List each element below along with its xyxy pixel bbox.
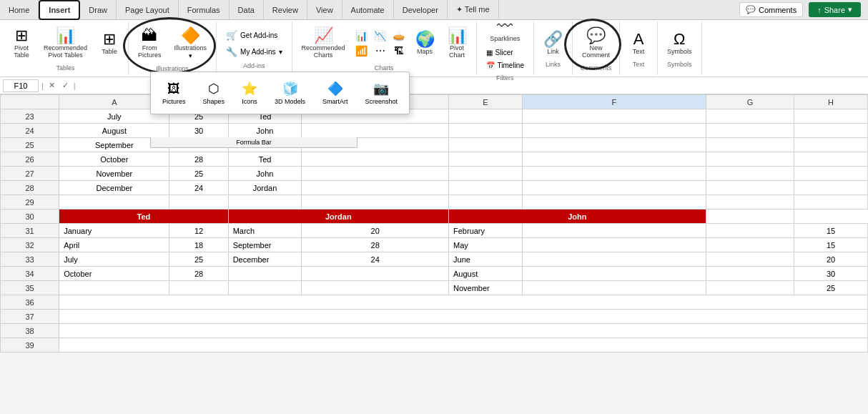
cell-f29[interactable] <box>522 195 706 210</box>
row-header-23[interactable]: 23 <box>1 109 59 124</box>
cell-h29[interactable] <box>794 195 868 210</box>
cell-john-month-35[interactable]: November <box>449 281 523 295</box>
row-header-32[interactable]: 32 <box>1 238 59 252</box>
cell-ted-month-35[interactable] <box>59 281 169 295</box>
cell-ted-val-32[interactable]: 18 <box>169 238 228 252</box>
cell-jordan-val-35[interactable] <box>302 281 449 295</box>
row-header-39[interactable]: 39 <box>1 338 59 353</box>
tab-data[interactable]: Data <box>230 0 264 20</box>
cell-john-num-32[interactable]: 15 <box>794 238 868 252</box>
cell-e25[interactable] <box>449 138 523 152</box>
cell-jordan-month-32[interactable]: September <box>228 238 302 252</box>
cell-c27[interactable]: John <box>228 167 302 181</box>
tab-draw[interactable]: Draw <box>80 0 117 20</box>
cell-e27[interactable] <box>449 167 523 181</box>
cell-h23[interactable] <box>794 109 868 124</box>
row-header-31[interactable]: 31 <box>1 224 59 238</box>
cell-e28[interactable] <box>449 181 523 195</box>
row-header-29[interactable]: 29 <box>1 195 59 210</box>
cell-b27[interactable]: 25 <box>169 167 228 181</box>
cell-c26[interactable]: Ted <box>228 152 302 167</box>
tab-insert[interactable]: Insert <box>39 0 80 20</box>
row-header-24[interactable]: 24 <box>1 124 59 138</box>
summary-header-ted[interactable]: Ted <box>59 210 228 224</box>
cell-john-month-32[interactable]: May <box>449 238 523 252</box>
cell-jordan-month-33[interactable]: December <box>228 252 302 267</box>
text-button[interactable]: A Text <box>624 29 653 58</box>
row-header-30[interactable]: 30 <box>1 210 59 224</box>
cell-jordan-val-31[interactable]: 20 <box>302 224 449 238</box>
timeline-button[interactable]: 📅 Timeline <box>481 59 529 72</box>
symbols-button[interactable]: Ω Symbols <box>662 29 697 58</box>
cell-f27[interactable] <box>522 167 706 181</box>
cell-ted-val-34[interactable]: 28 <box>169 267 228 281</box>
tab-review[interactable]: Review <box>264 0 307 20</box>
cell-john-val-35[interactable] <box>706 281 794 295</box>
cell-jordan-month-34[interactable] <box>228 267 302 281</box>
illustrations-button[interactable]: 🔶 Illustrations ▾ <box>169 25 212 62</box>
cell-ted-val-33[interactable]: 25 <box>169 252 228 267</box>
cell-d28[interactable] <box>302 181 449 195</box>
tab-page-layout[interactable]: Page Layout <box>117 0 179 20</box>
col-header-f[interactable]: F <box>522 95 706 109</box>
row-header-25[interactable]: 25 <box>1 138 59 152</box>
cell-ted-month-31[interactable]: January <box>59 224 169 238</box>
cell-a24[interactable]: August <box>59 124 169 138</box>
chart-line-button[interactable]: 📉 <box>372 29 389 43</box>
row-header-37[interactable]: 37 <box>1 310 59 324</box>
cell-f26[interactable] <box>522 152 706 167</box>
cell-john-empty-35[interactable] <box>522 281 706 295</box>
cell-d26[interactable] <box>302 152 449 167</box>
comments-button[interactable]: 💬 Comments <box>739 2 803 17</box>
row-36-empty[interactable] <box>59 295 868 310</box>
cell-h25[interactable] <box>794 138 868 152</box>
formula-cancel-button[interactable]: ✕ <box>46 81 57 90</box>
col-header-e[interactable]: E <box>449 95 523 109</box>
row-header-35[interactable]: 35 <box>1 281 59 295</box>
cell-ted-month-34[interactable]: October <box>59 267 169 281</box>
tab-home[interactable]: Home <box>0 0 39 20</box>
row-39-empty[interactable] <box>59 338 868 353</box>
tab-formulas[interactable]: Formulas <box>179 0 230 20</box>
link-button[interactable]: 🔗 Link <box>538 29 568 58</box>
cell-d29[interactable] <box>302 195 449 210</box>
row-header-26[interactable]: 26 <box>1 152 59 167</box>
sparklines-button[interactable]: 〰 Sparklines <box>485 16 525 45</box>
cell-d24[interactable] <box>302 124 449 138</box>
cell-g27[interactable] <box>706 167 794 181</box>
pivot-table-button[interactable]: ⊞ Pivot Table <box>7 25 36 61</box>
cell-john-month-31[interactable]: February <box>449 224 523 238</box>
tab-automate[interactable]: Automate <box>342 0 394 20</box>
chart-pie-button[interactable]: 🥧 <box>390 29 408 43</box>
cell-h26[interactable] <box>794 152 868 167</box>
cell-a27[interactable]: November <box>59 167 169 181</box>
cell-a28[interactable]: December <box>59 181 169 195</box>
cell-b28[interactable]: 24 <box>169 181 228 195</box>
row-header-34[interactable]: 34 <box>1 267 59 281</box>
cell-john-num-34[interactable]: 30 <box>794 267 868 281</box>
cell-jordan-val-33[interactable]: 24 <box>302 252 449 267</box>
cell-g24[interactable] <box>706 124 794 138</box>
cell-h27[interactable] <box>794 167 868 181</box>
row-header-33[interactable]: 33 <box>1 252 59 267</box>
cell-c29[interactable] <box>228 195 302 210</box>
new-comment-button[interactable]: 💬 New Comment <box>577 25 615 61</box>
shapes-dropdown-item[interactable]: ⬡ Shapes <box>197 78 231 108</box>
cell-john-num-33[interactable]: 20 <box>794 252 868 267</box>
row-37-empty[interactable] <box>59 310 868 324</box>
cell-jordan-val-34[interactable] <box>302 267 449 281</box>
cell-b24[interactable]: 30 <box>169 124 228 138</box>
cell-c24[interactable]: John <box>228 124 302 138</box>
cell-john-empty-32[interactable] <box>522 238 706 252</box>
screenshot-dropdown-item[interactable]: 📷 Screenshot <box>360 78 404 108</box>
cell-ted-val-35[interactable] <box>169 281 228 295</box>
cell-ted-month-32[interactable]: April <box>59 238 169 252</box>
row-38-empty[interactable] <box>59 324 868 338</box>
cell-jordan-val-32[interactable]: 28 <box>302 238 449 252</box>
row-header-27[interactable]: 27 <box>1 167 59 181</box>
col-header-g[interactable]: G <box>706 95 794 109</box>
cell-e24[interactable] <box>449 124 523 138</box>
cell-jordan-month-31[interactable]: March <box>228 224 302 238</box>
cell-john-month-33[interactable]: June <box>449 252 523 267</box>
chart-waterfall-button[interactable]: 🏗 <box>390 44 408 58</box>
